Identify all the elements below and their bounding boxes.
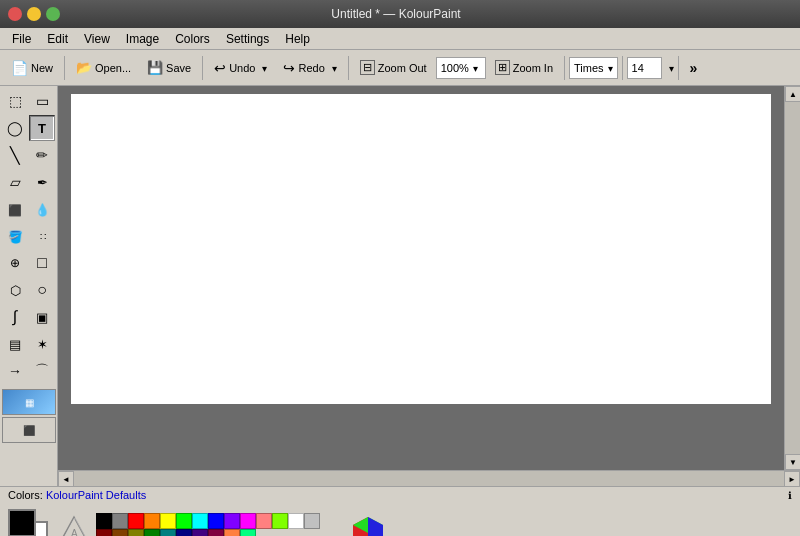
color-profile-link[interactable]: KolourPaint Defaults — [46, 489, 146, 501]
menu-colors[interactable]: Colors — [167, 30, 218, 48]
color-swatch[interactable] — [240, 513, 256, 529]
scroll-track-h[interactable] — [74, 471, 784, 486]
menu-view[interactable]: View — [76, 30, 118, 48]
foreground-color-box[interactable] — [8, 509, 36, 536]
tool-arrow[interactable] — [2, 358, 28, 384]
redo-dropdown-arrow[interactable] — [328, 62, 337, 74]
tool-spiro[interactable] — [29, 358, 55, 384]
color-swatch[interactable] — [160, 513, 176, 529]
tool-row — [2, 169, 55, 195]
undo-button[interactable]: Undo — [207, 54, 274, 82]
tool-select-rect[interactable] — [2, 88, 28, 114]
color-swatch[interactable] — [160, 529, 176, 536]
tool-line[interactable] — [2, 142, 28, 168]
new-icon — [11, 60, 28, 76]
color-swatch[interactable] — [192, 513, 208, 529]
color-label-row: Colors: KolourPaint Defaults ℹ — [0, 487, 800, 503]
color-swatch[interactable] — [256, 513, 272, 529]
color-swatch[interactable] — [112, 513, 128, 529]
scroll-down-button[interactable]: ▼ — [785, 454, 800, 470]
color-swatch[interactable] — [192, 529, 208, 536]
tool-bezier[interactable] — [2, 304, 28, 330]
color-swatch[interactable] — [224, 529, 240, 536]
color-swatch[interactable] — [288, 513, 304, 529]
font-selector[interactable]: Times — [569, 57, 618, 79]
undo-dropdown-arrow[interactable] — [258, 62, 267, 74]
color-swatch[interactable] — [144, 529, 160, 536]
menu-settings[interactable]: Settings — [218, 30, 277, 48]
tool-select-freehand[interactable] — [29, 88, 55, 114]
zoom-out-button[interactable]: ⊟ Zoom Out — [353, 54, 434, 82]
tool-bucket[interactable] — [2, 223, 28, 249]
color-swatch[interactable] — [144, 513, 160, 529]
scroll-track-v[interactable] — [785, 102, 800, 454]
tool-eraser[interactable] — [2, 169, 28, 195]
color-swatch[interactable] — [128, 529, 144, 536]
font-size-dropdown-arrow[interactable] — [665, 61, 674, 75]
color-swatch[interactable] — [208, 513, 224, 529]
separator — [678, 56, 679, 80]
zoom-in-button[interactable]: ⊞ Zoom In — [488, 54, 560, 82]
tool-row: ∷ — [2, 223, 55, 249]
color-swatch[interactable] — [208, 529, 224, 536]
menubar: File Edit View Image Colors Settings Hel… — [0, 28, 800, 50]
color-swatch[interactable] — [304, 513, 320, 529]
color-swatches — [96, 513, 328, 536]
content-wrapper: ▲ ▼ ◄ ► — [58, 86, 800, 486]
zoom-dropdown-arrow[interactable] — [469, 62, 478, 74]
tool-star[interactable] — [29, 331, 55, 357]
new-button[interactable]: New — [4, 54, 60, 82]
tool-pen[interactable] — [29, 169, 55, 195]
toolbar: New Open... Save Undo Redo ⊟ Zoom Out 10… — [0, 50, 800, 86]
tool-spray[interactable]: ∷ — [29, 223, 55, 249]
tool-ellipse[interactable] — [29, 277, 55, 303]
tool-ellipse-select[interactable] — [2, 115, 28, 141]
tool-text[interactable] — [29, 115, 55, 141]
menu-file[interactable]: File — [4, 30, 39, 48]
tool-fill[interactable] — [2, 196, 28, 222]
color-swatch[interactable] — [96, 513, 112, 529]
color-label: Colors: KolourPaint Defaults — [8, 489, 146, 501]
save-button[interactable]: Save — [140, 54, 198, 82]
open-button[interactable]: Open... — [69, 54, 138, 82]
menu-edit[interactable]: Edit — [39, 30, 76, 48]
color-swatch[interactable] — [112, 529, 128, 536]
scroll-right-button[interactable]: ► — [784, 471, 800, 486]
color-swatch[interactable] — [128, 513, 144, 529]
color-swatch[interactable] — [176, 513, 192, 529]
tool-special-1[interactable]: ▦ — [2, 389, 56, 415]
tool-special-2[interactable]: ⬛ — [2, 417, 56, 443]
zoom-display: 100% — [436, 57, 486, 79]
save-icon — [147, 60, 163, 75]
titlebar: Untitled * — KolourPaint — [0, 0, 800, 28]
close-button[interactable] — [8, 7, 22, 21]
redo-button[interactable]: Redo — [276, 54, 343, 82]
separator — [622, 56, 623, 80]
color-swatch[interactable] — [240, 529, 256, 536]
color-swatch[interactable] — [224, 513, 240, 529]
tool-stamp[interactable] — [29, 304, 55, 330]
color-swatch[interactable] — [96, 529, 112, 536]
tool-row — [2, 331, 55, 357]
font-size-input[interactable] — [627, 57, 662, 79]
maximize-button[interactable] — [46, 7, 60, 21]
more-button[interactable]: » — [683, 54, 705, 82]
separator — [348, 56, 349, 80]
color-cube[interactable] — [348, 505, 388, 536]
tool-brush[interactable] — [29, 142, 55, 168]
tool-dropper[interactable] — [29, 196, 55, 222]
menu-image[interactable]: Image — [118, 30, 167, 48]
tool-rect[interactable] — [29, 250, 55, 276]
color-swatch[interactable] — [176, 529, 192, 536]
menu-help[interactable]: Help — [277, 30, 318, 48]
color-area-info-icon[interactable]: ℹ — [788, 490, 792, 501]
color-swatch[interactable] — [272, 513, 288, 529]
minimize-button[interactable] — [27, 7, 41, 21]
font-dropdown-arrow[interactable] — [604, 62, 613, 74]
scroll-up-button[interactable]: ▲ — [785, 86, 800, 102]
drawing-canvas[interactable] — [71, 94, 771, 404]
tool-stamp2[interactable] — [2, 331, 28, 357]
tool-magnify[interactable]: ⊕ — [2, 250, 28, 276]
scroll-left-button[interactable]: ◄ — [58, 471, 74, 486]
tool-polygon[interactable] — [2, 277, 28, 303]
